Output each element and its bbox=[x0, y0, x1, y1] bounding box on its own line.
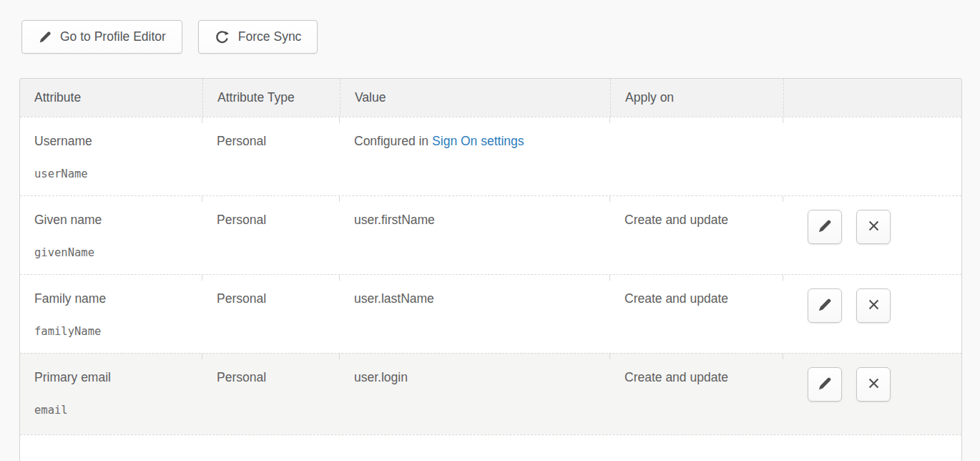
close-icon bbox=[866, 218, 882, 236]
attribute-label: Family name bbox=[34, 291, 192, 306]
force-sync-label: Force Sync bbox=[238, 29, 302, 44]
close-icon bbox=[866, 296, 882, 315]
column-header-actions bbox=[783, 79, 961, 117]
value-cell: user.firstName bbox=[340, 196, 610, 274]
apply-on-cell bbox=[610, 117, 783, 195]
attribute-code: email bbox=[34, 402, 192, 418]
attribute-cell: Primary email email bbox=[20, 354, 202, 435]
value-cell: user.lastName bbox=[340, 275, 610, 353]
edit-attribute-button[interactable] bbox=[808, 210, 842, 244]
attribute-mappings-table: Attribute Attribute Type Value Apply on … bbox=[19, 78, 962, 461]
go-to-profile-editor-label: Go to Profile Editor bbox=[60, 29, 166, 44]
attribute-code: familyName bbox=[34, 324, 192, 339]
value-cell: Configured inSign On settings bbox=[340, 117, 610, 195]
attribute-label: Username bbox=[34, 133, 192, 149]
refresh-icon bbox=[215, 29, 230, 45]
apply-on-cell: Create and update bbox=[610, 196, 783, 274]
attribute-label: Given name bbox=[34, 212, 192, 228]
pencil-icon bbox=[817, 218, 833, 236]
pencil-icon bbox=[817, 376, 833, 394]
attribute-cell: Family name familyName bbox=[20, 275, 202, 353]
actions-cell-empty bbox=[783, 117, 961, 195]
pencil-icon bbox=[817, 297, 833, 315]
value-cell: user.login bbox=[340, 354, 610, 435]
attribute-type-cell: Personal bbox=[202, 354, 340, 435]
apply-on-cell: Create and update bbox=[610, 354, 783, 435]
table-row-primary-email: Primary email email Personal user.login … bbox=[20, 353, 961, 435]
value-prefix: Configured in bbox=[354, 134, 428, 148]
actions-cell bbox=[783, 354, 961, 435]
delete-attribute-button[interactable] bbox=[856, 288, 891, 323]
force-sync-button[interactable]: Force Sync bbox=[198, 20, 318, 54]
close-icon bbox=[866, 375, 882, 394]
pencil-icon bbox=[38, 30, 52, 44]
column-header-attribute: Attribute bbox=[20, 79, 202, 117]
attribute-code: userName bbox=[34, 166, 192, 182]
attribute-type-cell: Personal bbox=[202, 117, 340, 195]
column-header-attribute-type: Attribute Type bbox=[202, 79, 340, 117]
go-to-profile-editor-button[interactable]: Go to Profile Editor bbox=[21, 20, 182, 54]
table-row-given-name: Given name givenName Personal user.first… bbox=[20, 195, 961, 274]
apply-on-cell: Create and update bbox=[610, 275, 783, 353]
column-header-apply-on: Apply on bbox=[610, 79, 783, 117]
attribute-cell: Username userName bbox=[20, 117, 202, 195]
attribute-code: givenName bbox=[34, 245, 192, 261]
actions-cell bbox=[783, 275, 961, 353]
attribute-type-cell: Personal bbox=[202, 196, 340, 274]
edit-attribute-button[interactable] bbox=[808, 288, 842, 323]
toolbar: Go to Profile Editor Force Sync bbox=[21, 20, 318, 54]
actions-cell bbox=[783, 196, 961, 274]
table-row-family-name: Family name familyName Personal user.las… bbox=[20, 274, 961, 353]
delete-attribute-button[interactable] bbox=[856, 210, 891, 244]
attribute-type-cell: Personal bbox=[202, 275, 340, 353]
column-header-value: Value bbox=[340, 79, 610, 117]
delete-attribute-button[interactable] bbox=[856, 367, 891, 402]
edit-attribute-button[interactable] bbox=[808, 367, 842, 402]
attribute-label: Primary email bbox=[34, 369, 192, 385]
table-header: Attribute Attribute Type Value Apply on bbox=[20, 79, 961, 117]
attribute-cell: Given name givenName bbox=[20, 196, 202, 274]
sign-on-settings-link[interactable]: Sign On settings bbox=[432, 134, 524, 148]
table-row-partial bbox=[20, 435, 961, 461]
table-row-username: Username userName Personal Configured in… bbox=[20, 117, 961, 195]
